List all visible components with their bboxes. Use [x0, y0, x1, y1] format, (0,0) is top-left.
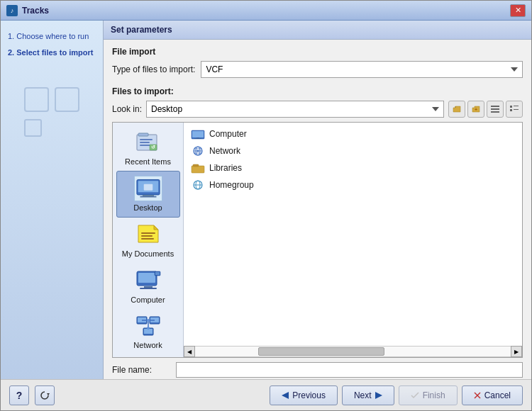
- svg-rect-10: [140, 139, 153, 140]
- svg-rect-4: [510, 106, 512, 108]
- homegroup-icon: [191, 179, 205, 191]
- main-content: 1. Choose where to run 2. Select files t…: [1, 21, 531, 379]
- svg-rect-11: [140, 142, 150, 143]
- deco-square-1: [24, 87, 49, 112]
- scroll-track[interactable]: [195, 346, 511, 357]
- file-import-label: File import: [112, 47, 523, 57]
- deco-square-3: [55, 87, 79, 112]
- recent-items-icon: ↺: [134, 130, 162, 155]
- svg-rect-26: [140, 288, 157, 289]
- desktop-label: Desktop: [133, 203, 162, 213]
- svg-marker-58: [282, 392, 289, 399]
- list-item[interactable]: Network: [187, 142, 519, 159]
- desktop-icon: [134, 176, 162, 201]
- previous-label: Previous: [292, 390, 326, 400]
- list-view-button[interactable]: [487, 101, 504, 118]
- svg-rect-9: [138, 133, 148, 136]
- svg-rect-5: [514, 106, 519, 106]
- left-panel: 1. Choose where to run 2. Select files t…: [1, 21, 104, 379]
- svg-rect-43: [194, 138, 201, 139]
- deco-square-2: [24, 119, 42, 137]
- up-folder-button[interactable]: [448, 101, 465, 118]
- reset-button[interactable]: [35, 385, 55, 405]
- shortcut-recent-items[interactable]: ↺ Recent Items: [116, 125, 180, 171]
- svg-rect-24: [138, 273, 155, 283]
- footer-right: Previous Next Finish Cancel: [270, 385, 523, 405]
- svg-rect-18: [140, 196, 156, 198]
- svg-marker-59: [375, 392, 382, 399]
- network-icon: [134, 313, 162, 339]
- svg-rect-19: [143, 184, 153, 191]
- shortcut-desktop[interactable]: Desktop: [116, 171, 180, 218]
- set-params-body: File import Type of files to import: VCF…: [104, 40, 531, 379]
- svg-point-38: [147, 319, 150, 322]
- svg-rect-1: [491, 106, 499, 107]
- files-to-import-label: Files to import:: [112, 86, 523, 96]
- type-row: Type of files to import: VCF BED GFF BAM: [112, 61, 523, 78]
- svg-point-39: [147, 327, 150, 330]
- svg-rect-20: [141, 232, 155, 234]
- cancel-label: Cancel: [484, 390, 511, 400]
- type-label: Type of files to import:: [112, 64, 195, 74]
- main-window: ♪ Tracks ✕ 1. Choose where to run 2. Sel…: [0, 0, 532, 411]
- svg-rect-28: [155, 272, 160, 275]
- new-folder-button[interactable]: +: [467, 101, 484, 118]
- previous-button[interactable]: Previous: [270, 385, 338, 405]
- recent-items-label: Recent Items: [125, 157, 171, 167]
- help-button[interactable]: ?: [9, 385, 29, 405]
- my-documents-icon: [134, 222, 162, 247]
- horizontal-scrollbar: ◀ ▶: [184, 346, 522, 357]
- window-controls: ✕: [510, 4, 526, 17]
- svg-rect-50: [192, 166, 204, 173]
- list-item[interactable]: Homegroup: [187, 176, 519, 193]
- toolbar-icons: +: [448, 101, 523, 118]
- app-icon: ♪: [6, 5, 18, 16]
- window-title: Tracks: [22, 6, 510, 16]
- look-in-row: Look in: Desktop Documents Computer Netw…: [112, 101, 523, 118]
- look-in-select[interactable]: Desktop Documents Computer Network: [146, 101, 444, 118]
- shortcut-network[interactable]: Network: [116, 309, 180, 354]
- svg-text:↺: ↺: [151, 145, 155, 150]
- file-browser: ↺ Recent Items: [112, 122, 523, 358]
- network-label: Network: [133, 341, 162, 350]
- finish-label: Finish: [423, 390, 445, 400]
- file-name-homegroup: Homegroup: [209, 180, 254, 190]
- details-view-button[interactable]: [506, 101, 523, 118]
- footer-left: ?: [9, 385, 55, 405]
- svg-rect-3: [491, 111, 499, 113]
- computer-folder-icon: [191, 128, 205, 140]
- file-list-area: Computer Network: [184, 123, 522, 357]
- shortcut-my-documents[interactable]: My Documents: [116, 218, 180, 263]
- file-name-network: Network: [209, 146, 240, 156]
- svg-rect-51: [193, 164, 199, 167]
- file-name-row: File name:: [112, 362, 523, 378]
- scroll-right-button[interactable]: ▶: [511, 346, 522, 357]
- set-parameters-header: Set parameters: [104, 21, 531, 40]
- list-item[interactable]: Libraries: [187, 159, 519, 176]
- file-name-input[interactable]: [176, 362, 523, 378]
- svg-rect-21: [141, 235, 153, 237]
- svg-rect-7: [514, 109, 519, 110]
- scroll-thumb[interactable]: [258, 347, 384, 356]
- scroll-left-button[interactable]: ◀: [184, 346, 195, 357]
- network-folder-icon: [191, 145, 205, 157]
- finish-button[interactable]: Finish: [399, 385, 458, 405]
- list-item[interactable]: Computer: [187, 125, 519, 142]
- shortcut-computer[interactable]: Computer: [116, 264, 180, 309]
- svg-rect-6: [510, 109, 512, 111]
- type-select[interactable]: VCF BED GFF BAM: [201, 61, 523, 78]
- file-name-libraries: Libraries: [209, 163, 242, 173]
- cancel-button[interactable]: Cancel: [462, 385, 523, 405]
- step-2: 2. Select files to import: [8, 47, 96, 58]
- next-button[interactable]: Next: [342, 385, 394, 405]
- computer-icon: [134, 268, 162, 293]
- file-list: Computer Network: [184, 123, 522, 346]
- close-button[interactable]: ✕: [510, 4, 526, 17]
- libraries-icon: [191, 162, 205, 174]
- step-1: 1. Choose where to run: [8, 31, 96, 42]
- look-in-label: Look in:: [112, 104, 142, 114]
- bottom-fields: File name: Files of type: VCF (.vcf) BED…: [112, 358, 523, 379]
- file-shortcuts: ↺ Recent Items: [113, 123, 184, 357]
- right-panel: Set parameters File import Type of files…: [104, 21, 531, 379]
- decorative-icons: [8, 87, 96, 137]
